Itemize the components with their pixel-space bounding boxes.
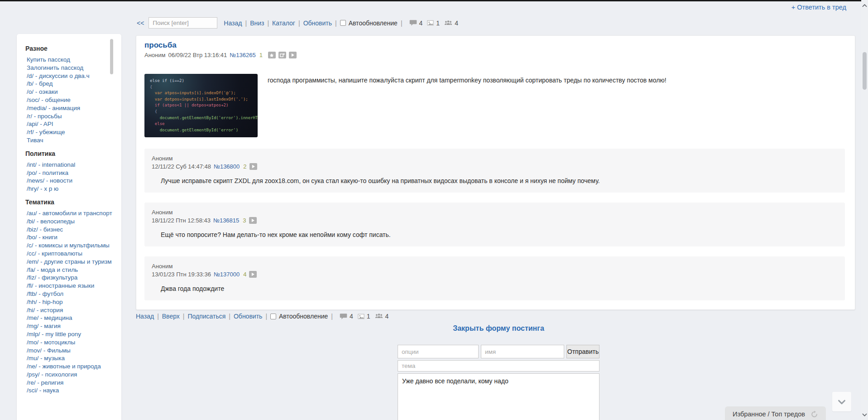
sidebar-board-link[interactable]: /int/ - international	[25, 161, 112, 169]
code-line: {	[150, 84, 258, 91]
sidebar-board-link[interactable]: /rf/ - убежище	[25, 128, 112, 136]
collapse-search-link[interactable]: <<	[137, 19, 144, 27]
thread-stats: 4 1 4	[409, 19, 460, 27]
bottom-link-back[interactable]: Назад	[136, 313, 154, 320]
close-posting-form-link[interactable]: Закрыть форму постинга	[398, 324, 599, 333]
sidebar-section-title: Политика	[25, 150, 112, 157]
sidebar-board-link[interactable]: /fa/ - мода и стиль	[25, 266, 112, 274]
sidebar-board-link[interactable]: /api/ - API	[25, 120, 112, 128]
sidebar-board-link[interactable]: /ne/ - животные и природа	[25, 362, 112, 371]
favorites-top-threads-bar[interactable]: Избранное / Топ тредов	[725, 406, 826, 420]
scroll-down-arrow[interactable]	[861, 411, 868, 419]
sidebar-board-link[interactable]: /d/ - дискуссии о два.ч	[25, 72, 112, 80]
bottom-link-subscribe[interactable]: Подписаться	[187, 313, 225, 320]
comments-icon	[409, 19, 417, 26]
reply-to-thread-link[interactable]: + Ответить в тред	[791, 4, 846, 11]
autoupdate-checkbox[interactable]	[270, 314, 276, 319]
autoupdate-checkbox[interactable]	[340, 20, 346, 26]
sidebar-board-link[interactable]: /soc/ - общение	[25, 96, 112, 104]
sidebar-section: Разное Купить пасскод Залогинить пасскод…	[25, 45, 112, 145]
sidebar-board-link[interactable]: /em/ - другие страны и туризм	[25, 258, 112, 266]
search-input[interactable]	[149, 17, 217, 29]
scroll-up-arrow[interactable]	[861, 1, 868, 9]
sidebar-board-link[interactable]: /news/ - новости	[25, 177, 112, 185]
toolbar-link-catalog[interactable]: Каталог	[272, 19, 295, 27]
expand-post-button[interactable]	[249, 163, 257, 170]
post-author: Аноним	[144, 52, 165, 58]
reply-post: Аноним 12/11/22 Суб 14:47:48 №136800 2 Л…	[144, 149, 845, 193]
sidebar-board-link[interactable]: /po/ - политика	[25, 169, 112, 177]
favorite-star-button[interactable]	[268, 52, 276, 58]
post-text: Лучше исправьте скрипт ZXDL для zoox18.c…	[152, 177, 838, 185]
sidebar-board-link[interactable]: /fiz/ - физкультура	[25, 274, 112, 282]
comment-textarea[interactable]: Уже давно все поделали, кому надо	[398, 373, 599, 420]
post-number-link[interactable]: №137000	[214, 270, 240, 279]
sidebar-board-link[interactable]: /hry/ - х р ю	[25, 185, 112, 193]
sidebar-board-link[interactable]: /o/ - оэкаки	[25, 88, 112, 96]
sidebar-board-link[interactable]: /psy/ - психология	[25, 371, 112, 379]
sidebar-board-link[interactable]: Тивач	[25, 136, 112, 145]
scroll-to-bottom-button[interactable]	[832, 392, 851, 411]
hide-post-button[interactable]	[278, 52, 286, 58]
reply-post: Аноним 13/01/23 Птн 19:33:36 №137000 4 Д…	[144, 256, 845, 300]
name-field[interactable]	[481, 345, 564, 358]
sidebar-board-link[interactable]: /biz/ - бизнес	[25, 226, 112, 234]
post-number-link[interactable]: №136800	[214, 162, 240, 171]
comments-icon	[340, 313, 347, 320]
sidebar-board-link[interactable]: /cc/ - криптовалюты	[25, 250, 112, 258]
expand-post-button[interactable]	[289, 52, 297, 58]
sidebar-scrollbar-thumb[interactable]	[110, 39, 113, 74]
separator: |	[335, 19, 337, 27]
sidebar-board-link[interactable]: /mov/ - Фильмы	[25, 347, 112, 355]
sidebar-board-link[interactable]: /bo/ - книги	[25, 233, 112, 241]
toolbar-link-down[interactable]: Вниз	[250, 19, 264, 27]
sidebar-board-link[interactable]: /sci/ - наука	[25, 386, 112, 395]
sidebar-board-link[interactable]: /fl/ - иностранные языки	[25, 282, 112, 290]
toolbar-link-refresh[interactable]: Обновить	[303, 19, 332, 27]
sidebar-board-link[interactable]: /au/ - автомобили и транспорт	[25, 209, 112, 217]
sidebar-board-link[interactable]: /r/ - просьбы	[25, 112, 112, 121]
sidebar-board-link[interactable]: /c/ - комиксы и мультфильмы	[25, 241, 112, 250]
sidebar-board-link[interactable]: /b/ - бред	[25, 80, 112, 88]
sidebar-board-link[interactable]: /mu/ - музыка	[25, 354, 112, 362]
separator: |	[298, 19, 300, 27]
post-author: Аноним	[152, 154, 838, 162]
images-icon	[427, 19, 434, 26]
submit-button[interactable]: Отправить	[566, 345, 599, 358]
sidebar-board-link[interactable]: /hh/ - hip-hop	[25, 298, 112, 306]
expand-post-button[interactable]	[249, 271, 257, 278]
page-scrollbar[interactable]	[861, 0, 868, 420]
bottom-link-refresh[interactable]: Обновить	[234, 313, 262, 320]
expand-post-button[interactable]	[249, 217, 257, 224]
page-scrollbar-thumb[interactable]	[863, 52, 867, 90]
sidebar-section: Тематика /au/ - автомобили и транспорт /…	[25, 198, 112, 395]
play-icon	[251, 218, 255, 222]
post-ordinal: 4	[243, 270, 246, 279]
sidebar-board-link[interactable]: /hi/ - история	[25, 306, 112, 314]
post-number-link[interactable]: №136815	[213, 216, 239, 225]
images-icon	[358, 313, 364, 320]
bottom-link-up[interactable]: Вверх	[162, 313, 180, 320]
chevron-down-icon	[837, 397, 847, 407]
code-line: document.getElementById('error').innerHT…	[150, 115, 258, 121]
post-number-link[interactable]: №136265	[230, 52, 255, 58]
toolbar-link-back[interactable]: Назад	[224, 19, 242, 27]
sidebar-board-link[interactable]: /re/ - религия	[25, 379, 112, 387]
play-icon	[251, 164, 255, 169]
add-post-icon	[280, 53, 285, 58]
sidebar-board-link[interactable]: /media/ - анимация	[25, 104, 112, 112]
sidebar-board-link[interactable]: /me/ - медицина	[25, 314, 112, 322]
op-image-thumbnail[interactable]: else if (i==2) { var atpos=inputs[i].ind…	[144, 74, 258, 137]
subject-field[interactable]	[398, 360, 599, 372]
post-ordinal: 2	[243, 162, 246, 171]
sidebar-board-link[interactable]: /ftb/ - футбол	[25, 290, 112, 298]
sidebar-board-link[interactable]: /mo/ - мотоциклы	[25, 338, 112, 347]
code-line: {	[150, 109, 258, 115]
sidebar-board-link[interactable]: /bi/ - велосипеды	[25, 217, 112, 226]
separator: |	[245, 19, 247, 27]
sidebar-board-link[interactable]: /mg/ - магия	[25, 322, 112, 330]
options-field[interactable]	[398, 345, 479, 358]
sidebar-board-link[interactable]: Залогинить пасскод	[25, 64, 112, 72]
sidebar-board-link[interactable]: Купить пасскод	[25, 56, 112, 64]
sidebar-board-link[interactable]: /mlp/ - my little pony	[25, 330, 112, 338]
